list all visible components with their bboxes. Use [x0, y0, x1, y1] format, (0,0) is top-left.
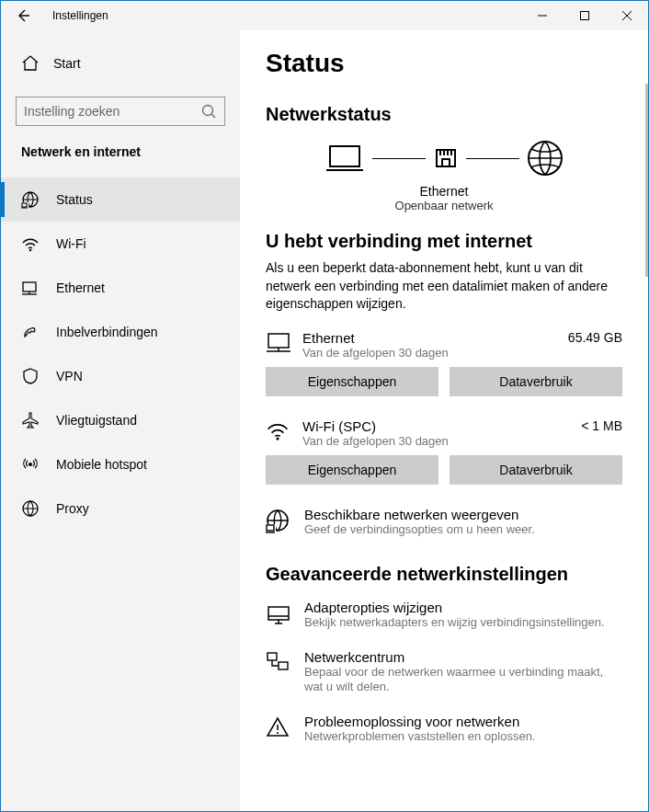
close-button[interactable]	[606, 1, 648, 30]
advanced-heading: Geavanceerde netwerkinstellingen	[266, 564, 622, 585]
sidebar-item-label: Proxy	[56, 501, 89, 516]
link-name: Netwerkcentrum	[304, 649, 622, 665]
sidebar-item-label: VPN	[56, 369, 83, 383]
sidebar-item-vpn[interactable]: VPN	[1, 354, 240, 398]
titlebar: Instellingen	[1, 1, 648, 30]
adapter-options-link[interactable]: Adapteropties wijzigen Bekijk netwerkada…	[266, 600, 622, 631]
search-box[interactable]	[16, 97, 225, 126]
laptop-icon	[324, 143, 365, 174]
data-usage-button[interactable]: Dataverbruik	[450, 455, 622, 485]
sidebar-item-dialup[interactable]: Inbelverbindingen	[1, 310, 240, 354]
network-usage: < 1 MB	[581, 418, 622, 433]
link-sub: Bepaal voor de netwerken waarmee u verbi…	[304, 665, 622, 696]
adapter-icon	[266, 600, 293, 625]
ethernet-icon	[266, 330, 293, 356]
main-content: Status Netwerkstatus Ethernet Openbaar n…	[240, 30, 648, 811]
ethernet-icon	[21, 279, 40, 297]
sidebar: Start Netwerk en internet Status Wi-Fi E…	[1, 30, 240, 811]
network-name: Wi-Fi (SPC)	[302, 418, 581, 434]
properties-button[interactable]: Eigenschappen	[266, 367, 438, 396]
svg-rect-36	[581, 12, 589, 20]
diagram-name: Ethernet	[266, 184, 622, 199]
link-sub: Bekijk netwerkadapters en wijzig verbind…	[304, 615, 622, 631]
hotspot-icon	[21, 455, 40, 474]
sidebar-item-label: Inbelverbindingen	[56, 325, 158, 339]
link-name: Probleemoplossing voor netwerken	[304, 714, 622, 729]
properties-button[interactable]: Eigenschappen	[266, 455, 438, 485]
wifi-icon	[21, 234, 40, 253]
link-sub: Netwerkproblemen vaststellen en oplossen…	[304, 729, 622, 745]
network-row-wifi: Wi-Fi (SPC) Van de afgelopen 30 dagen < …	[266, 418, 622, 448]
netstatus-heading: Netwerkstatus	[266, 104, 622, 125]
network-usage: 65.49 GB	[568, 330, 622, 345]
scrollbar[interactable]	[645, 84, 648, 277]
search-icon	[200, 103, 217, 120]
sidebar-item-label: Mobiele hotspot	[56, 457, 147, 472]
link-name: Beschikbare netwerken weergeven	[304, 507, 622, 522]
troubleshoot-link[interactable]: Probleemoplossing voor netwerken Netwerk…	[266, 714, 622, 745]
sidebar-item-label: Status	[56, 192, 93, 207]
network-center-icon	[266, 649, 293, 673]
globe-icon	[527, 140, 564, 177]
category-heading: Netwerk en internet	[1, 144, 240, 177]
sidebar-item-wifi[interactable]: Wi-Fi	[1, 222, 240, 266]
show-networks-link[interactable]: Beschikbare netwerken weergeven Geef de …	[266, 507, 622, 538]
airplane-icon	[21, 411, 40, 429]
sidebar-item-ethernet[interactable]: Ethernet	[1, 266, 240, 310]
sidebar-item-label: Ethernet	[56, 280, 105, 295]
network-sub: Van de afgelopen 30 dagen	[302, 434, 581, 448]
vpn-icon	[21, 367, 40, 385]
sidebar-item-airplane[interactable]: Vliegtuigstand	[1, 398, 240, 442]
home-button[interactable]: Start	[1, 45, 240, 82]
home-label: Start	[53, 56, 81, 71]
minimize-button[interactable]	[521, 1, 564, 30]
search-input[interactable]	[24, 104, 200, 119]
network-diagram	[266, 140, 622, 177]
sidebar-item-label: Vliegtuigstand	[56, 413, 137, 428]
back-button[interactable]	[1, 1, 45, 30]
ethernet-port-icon	[433, 146, 459, 170]
network-name: Ethernet	[302, 330, 568, 346]
sidebar-item-label: Wi-Fi	[56, 236, 86, 251]
data-usage-button[interactable]: Dataverbruik	[450, 367, 622, 396]
network-center-link[interactable]: Netwerkcentrum Bepaal voor de netwerken …	[266, 649, 622, 696]
window-title: Instellingen	[45, 9, 521, 22]
connected-desc: Als u een beperkt data-abonnement hebt, …	[266, 259, 622, 314]
proxy-icon	[21, 499, 40, 518]
wifi-icon	[266, 418, 293, 442]
link-sub: Geef de verbindingsopties om u heen weer…	[304, 522, 622, 538]
sidebar-item-proxy[interactable]: Proxy	[1, 486, 240, 531]
dialup-icon	[21, 323, 40, 341]
home-icon	[21, 54, 40, 73]
maximize-button[interactable]	[564, 1, 606, 30]
sidebar-item-hotspot[interactable]: Mobiele hotspot	[1, 442, 240, 486]
sidebar-item-status[interactable]: Status	[1, 177, 240, 222]
globe-status-icon	[266, 507, 293, 534]
network-sub: Van de afgelopen 30 dagen	[302, 346, 568, 360]
network-row-ethernet: Ethernet Van de afgelopen 30 dagen 65.49…	[266, 330, 622, 360]
connection-line	[466, 158, 519, 159]
connection-line	[372, 158, 426, 159]
warning-icon	[266, 714, 293, 738]
status-icon	[21, 190, 40, 209]
link-name: Adapteropties wijzigen	[304, 600, 622, 615]
page-title: Status	[266, 49, 622, 78]
diagram-type: Openbaar netwerk	[266, 199, 622, 212]
connected-heading: U hebt verbinding met internet	[266, 231, 622, 252]
